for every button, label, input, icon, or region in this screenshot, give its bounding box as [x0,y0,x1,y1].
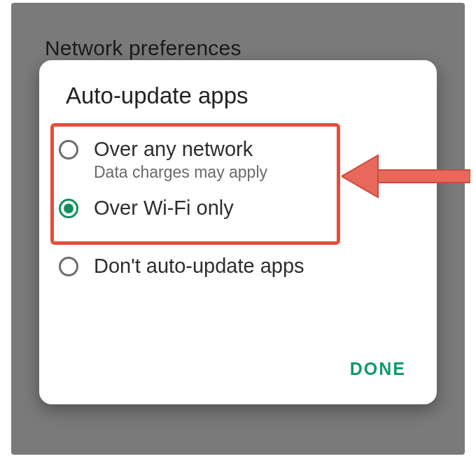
screenshot-stage: Network preferences Auto-update apps Ove… [0,0,476,461]
option-sublabel: Data charges may apply [94,163,267,183]
auto-update-dialog: Auto-update apps Over any network Data c… [39,60,437,404]
page-title: Network preferences [45,36,241,60]
dialog-title: Auto-update apps [66,83,248,109]
done-button[interactable]: DONE [347,353,409,385]
option-label: Over any network [94,137,267,162]
option-label: Don't auto-update apps [94,254,304,278]
option-dont-auto-update[interactable]: Don't auto-update apps [53,247,423,285]
radio-icon [59,199,78,218]
option-text: Don't auto-update apps [94,254,304,278]
option-over-wifi-only[interactable]: Over Wi-Fi only [53,189,423,227]
option-over-any-network[interactable]: Over any network Data charges may apply [53,130,423,189]
option-text: Over any network Data charges may apply [94,137,267,182]
radio-icon [59,257,78,276]
option-label: Over Wi-Fi only [94,196,234,220]
radio-icon [59,140,78,159]
option-text: Over Wi-Fi only [94,196,234,220]
radio-group-auto-update: Over any network Data charges may apply … [53,130,423,285]
